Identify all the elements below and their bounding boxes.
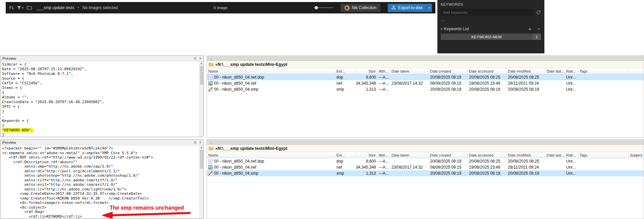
date-last-cell (545, 74, 565, 80)
sort-icon[interactable] (9, 6, 14, 10)
column-header[interactable]: Ext... (335, 68, 356, 74)
column-header[interactable]: Tags (578, 152, 629, 158)
file-explorer-bottom: ... «N:\___xmp update tests\Mini-Egypt N… (207, 139, 644, 219)
preview-line: Albums = "", (2, 95, 199, 100)
rating-cell: Unr... (565, 86, 578, 92)
pin-icon[interactable]: ⊡ (194, 141, 197, 144)
path-bar[interactable]: «N:\___xmp update tests\Mini-Egypt (207, 61, 644, 68)
attributes-cell: ---A... (377, 164, 390, 170)
tags-cell (578, 158, 629, 164)
collapse-triangle-icon[interactable]: ▾ (441, 27, 442, 31)
column-header[interactable]: Date created (429, 68, 468, 74)
preview-line: CafId = "C52245b", (2, 81, 199, 86)
vertical-scrollbar[interactable]: ▲ (199, 61, 203, 137)
toolbar-right-group: Nik Collection Export to disk ▾ (314, 4, 432, 12)
column-header[interactable]: Date last... (545, 152, 565, 158)
export-options-dropdown[interactable]: ▾ (426, 4, 432, 12)
column-header[interactable]: Rati... (565, 152, 578, 158)
export-label: Export to disk (398, 5, 423, 10)
sidecar-lines: Sidecar = {Date = "2025-08-20T07:25:21.8… (2, 62, 199, 137)
filter-button[interactable]: ▾ (17, 6, 23, 10)
column-header[interactable]: Subject (629, 152, 644, 158)
file-row[interactable]: 00 - nikon_d850_04.nef.dop dop 9,600 ---… (207, 158, 644, 164)
preview-line: , (2, 114, 199, 119)
image-browser-toolbar: ▾ ___xmp update tests • No images select… (6, 2, 435, 13)
file-row[interactable]: 00 - nikon_d850_04.xmp xmp 1,313 ---A...… (207, 170, 644, 176)
column-header[interactable]: Date modified (506, 152, 545, 158)
ext-cell: nef (335, 80, 356, 86)
column-header[interactable]: Tags (578, 68, 629, 74)
column-header[interactable]: Date taken (390, 152, 429, 158)
file-row[interactable]: 00 - nikon_d850_04.nef.dop dop 9,600 ---… (207, 74, 644, 80)
xmp-text-view: <?xpacket begin="" id="W5M0MpCehiHzreSzN… (1, 145, 203, 218)
folder-icon[interactable] (27, 6, 32, 10)
add-keywords-input[interactable] (441, 9, 533, 15)
explorer-tab[interactable]: ... (210, 140, 212, 144)
column-header[interactable]: Attri... (377, 152, 390, 158)
date-modified-cell: 28/11/2021 09:24 (506, 80, 545, 86)
date-accessed-cell: 20/08/2025 08:19 (468, 86, 506, 92)
column-header[interactable]: Date last... (545, 68, 565, 74)
explorer-tab-bar[interactable]: ... (207, 140, 644, 145)
vertical-scrollbar[interactable]: ▲ (199, 145, 203, 218)
preview-line: Keywords = { (2, 119, 199, 123)
page-root: ▾ ___xmp update tests • No images select… (0, 0, 644, 219)
tags-cell (578, 80, 629, 86)
preview-line: xmlns:xmp="http://ns.adobe.com/xap/1.0/" (2, 164, 199, 169)
column-header[interactable]: Date created (429, 152, 468, 158)
thumbnail-size-slider[interactable] (314, 4, 333, 11)
column-header[interactable]: Rati... (565, 68, 578, 74)
subject-cell (629, 86, 644, 92)
column-header[interactable]: Size (356, 68, 377, 74)
size-cell: 1,313 (356, 170, 377, 176)
close-icon[interactable]: ✕ (199, 57, 202, 60)
file-row[interactable]: 00 - nikon_d850_04.xmp xmp 1,313 ---A...… (207, 86, 644, 92)
column-header[interactable]: Size (356, 152, 377, 158)
keywords-list-header[interactable]: ▾ Keywords List + − (441, 26, 540, 31)
date-last-cell (545, 170, 565, 176)
remove-keyword-button[interactable]: − (537, 26, 540, 31)
close-icon[interactable]: ✕ (199, 141, 202, 144)
name-cell: 00 - nikon_d850_04.nef (207, 164, 335, 170)
keyword-list-item[interactable]: KEYWORD-NEW 1 (441, 34, 541, 40)
column-header[interactable]: Date modified (506, 68, 545, 74)
keywords-list-title: Keywords List (444, 27, 469, 31)
column-header[interactable]: Name (207, 152, 335, 158)
explorer-tab-bar[interactable]: ... (207, 56, 644, 61)
export-icon (391, 5, 396, 10)
column-header[interactable]: Date accessed (468, 68, 506, 74)
assign-keyword-icon[interactable] (536, 10, 542, 15)
tags-cell (578, 74, 629, 80)
keyword-label: KEYWORD-NEW (441, 35, 532, 39)
date-created-cell: 20/08/2025 08:19 (429, 86, 468, 92)
subject-cell (629, 164, 644, 170)
slider-knob[interactable] (315, 6, 318, 9)
add-keyword-button[interactable]: + (528, 26, 531, 31)
ext-cell: xmp (335, 170, 356, 176)
keyword-input-row (441, 9, 542, 15)
file-row[interactable]: 00 - nikon_d850_04.nef nef 34,345,346 --… (207, 164, 644, 170)
column-header[interactable]: Attri... (377, 68, 390, 74)
scroll-up-icon[interactable]: ▲ (200, 145, 203, 149)
preview-line: <xmp:CreatorTool>NIKON D850 Ver.0.38 </x… (2, 196, 199, 201)
date-accessed-cell: 20/08/2025 08:25 (468, 158, 506, 164)
column-header[interactable]: Date accessed (468, 152, 506, 158)
column-header[interactable]: Name (207, 68, 335, 74)
explorer-tab[interactable]: ... (210, 56, 212, 60)
rating-cell: Unr... (565, 164, 578, 170)
path-bar[interactable]: «N:\___xmp update tests\Mini-Egypt (207, 145, 644, 152)
export-to-disk-button[interactable]: Export to disk (388, 4, 426, 12)
image-count: 0 image (214, 6, 227, 10)
column-header[interactable]: Date taken (390, 68, 429, 74)
no-keywords-placeholder: — (441, 18, 544, 22)
size-cell: 34,345,346 (356, 164, 377, 170)
column-header[interactable]: Ext... (335, 152, 356, 158)
pin-icon[interactable]: ⊡ (194, 57, 197, 60)
nik-collection-button[interactable]: Nik Collection (340, 4, 380, 12)
file-row[interactable]: 00 - nikon_d850_04.nef nef 34,345,346 --… (207, 80, 644, 86)
scrollbar-thumb[interactable] (200, 66, 203, 85)
preview-line: { (2, 123, 199, 128)
size-cell: 1,313 (356, 86, 377, 92)
scroll-up-icon[interactable]: ▲ (200, 61, 203, 65)
scrollbar-thumb[interactable] (200, 150, 203, 169)
